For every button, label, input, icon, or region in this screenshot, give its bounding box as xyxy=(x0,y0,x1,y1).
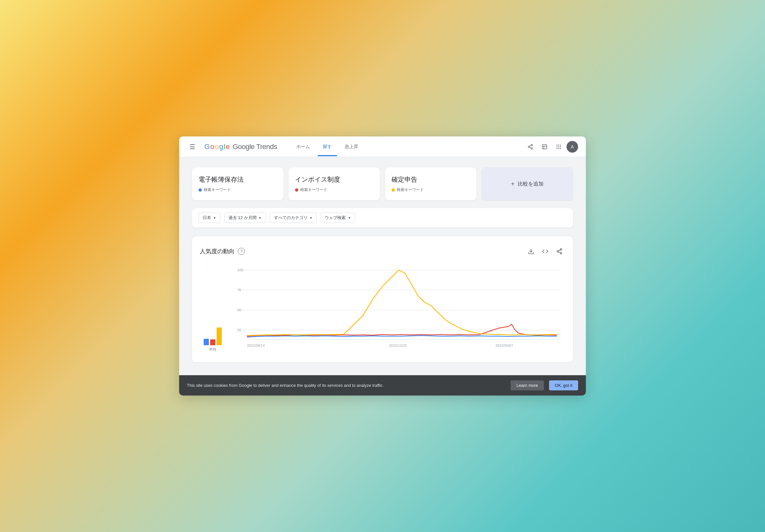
logo-letter-g: G xyxy=(204,142,210,151)
chart-share-button[interactable] xyxy=(553,245,565,257)
ok-button[interactable]: OK, got it xyxy=(549,381,578,391)
help-icon[interactable]: ? xyxy=(238,248,245,255)
svg-text:2022/12/25: 2022/12/25 xyxy=(389,344,407,348)
card-subtitle-text-0: 検索キーワード xyxy=(204,187,231,193)
card-subtitle-text-1: 検索キーワード xyxy=(300,187,327,193)
chart-section: 人気度の動向 ? xyxy=(192,236,573,362)
logo: Google Google Trends xyxy=(204,142,277,151)
filters-row: 日本 ▼ 過去 12 か月間 ▼ すべてのカテゴリ ▼ ウェブ検索 ▼ xyxy=(192,208,573,227)
svg-text:75: 75 xyxy=(237,288,241,292)
blue-line xyxy=(247,336,557,337)
svg-point-14 xyxy=(556,148,557,149)
dot-yellow-2 xyxy=(391,188,395,192)
menu-icon[interactable]: ☰ xyxy=(187,140,198,153)
logo-letter-e: e xyxy=(226,142,230,151)
avg-bar-yellow xyxy=(217,328,222,345)
avg-bar-red xyxy=(210,339,215,345)
svg-point-9 xyxy=(558,144,559,145)
navbar: ☰ Google Google Trends ホーム 探す 急上昇 xyxy=(179,136,586,157)
cookie-text: This site uses cookies from Google to de… xyxy=(187,383,505,388)
search-cards: 電子帳簿保存法 検索キーワード インボイス制度 検索キーワード 確定申告 検索キ… xyxy=(192,167,573,200)
card-subtitle-1: 検索キーワード xyxy=(295,187,374,193)
filter-category[interactable]: すべてのカテゴリ ▼ xyxy=(270,213,317,223)
card-subtitle-2: 検索キーワード xyxy=(391,187,470,193)
logo-letter-o1: o xyxy=(211,142,214,151)
chart-header: 人気度の動向 ? xyxy=(200,245,565,257)
avg-bars xyxy=(204,307,222,345)
search-card-1[interactable]: インボイス制度 検索キーワード xyxy=(289,167,380,200)
card-title-2: 確定申告 xyxy=(391,175,470,184)
svg-text:50: 50 xyxy=(237,308,241,312)
notification-button[interactable] xyxy=(538,140,551,153)
svg-line-4 xyxy=(529,145,531,146)
svg-line-21 xyxy=(558,252,560,253)
filter-region[interactable]: 日本 ▼ xyxy=(199,213,221,223)
chart-title-group: 人気度の動向 ? xyxy=(200,247,245,255)
avg-label: 平均 xyxy=(209,347,216,352)
download-button[interactable] xyxy=(525,245,537,257)
nav-links: ホーム 探す 急上昇 xyxy=(291,137,517,156)
add-icon: + xyxy=(511,180,515,188)
filter-period[interactable]: 過去 12 か月間 ▼ xyxy=(224,213,266,223)
filter-search-type[interactable]: ウェブ検索 ▼ xyxy=(321,213,355,223)
card-title-1: インボイス制度 xyxy=(295,175,374,184)
card-subtitle-text-2: 検索キーワード xyxy=(397,187,424,193)
svg-text:2022/08/14: 2022/08/14 xyxy=(247,344,265,348)
share-button[interactable] xyxy=(524,140,537,153)
svg-line-3 xyxy=(529,147,531,148)
card-title-0: 電子帳簿保存法 xyxy=(199,175,277,184)
logo-letter-g2: g xyxy=(219,142,223,151)
grid-button[interactable] xyxy=(552,140,565,153)
add-comparison-card[interactable]: + 比較を追加 xyxy=(481,167,573,200)
learn-more-button[interactable]: Learn more xyxy=(511,381,543,391)
filter-search-type-arrow: ▼ xyxy=(348,216,351,220)
filter-search-type-label: ウェブ検索 xyxy=(325,215,346,221)
svg-line-22 xyxy=(558,250,560,251)
filter-category-arrow: ▼ xyxy=(310,216,313,220)
avatar[interactable]: A xyxy=(566,141,578,152)
svg-rect-5 xyxy=(542,144,547,149)
filter-period-arrow: ▼ xyxy=(259,216,262,220)
svg-text:25: 25 xyxy=(237,328,241,332)
add-card-label: 比較を追加 xyxy=(518,181,543,187)
chart-svg: 100 75 50 25 2022/08/14 2022/12/25 xyxy=(232,267,565,351)
cookie-banner: This site uses cookies from Google to de… xyxy=(179,375,586,396)
chart-avg: 平均 xyxy=(200,307,226,352)
filter-region-arrow: ▼ xyxy=(213,216,216,220)
card-subtitle-0: 検索キーワード xyxy=(199,187,277,193)
dot-red-1 xyxy=(295,188,298,192)
logo-letter-o2: o xyxy=(215,142,219,151)
yellow-line xyxy=(247,270,557,336)
svg-point-13 xyxy=(560,146,561,147)
nav-explore[interactable]: 探す xyxy=(318,137,337,156)
logo-trends: Google Trends xyxy=(233,142,277,151)
embed-button[interactable] xyxy=(539,245,551,257)
logo-letter-l: l xyxy=(224,142,225,151)
nav-home[interactable]: ホーム xyxy=(291,137,315,156)
chart-main: 100 75 50 25 2022/08/14 2022/12/25 xyxy=(232,267,565,352)
svg-text:2023/05/07: 2023/05/07 xyxy=(495,344,513,348)
nav-trending[interactable]: 急上昇 xyxy=(340,137,364,156)
svg-point-15 xyxy=(558,148,559,149)
search-card-0[interactable]: 電子帳簿保存法 検索キーワード xyxy=(192,167,284,200)
filter-period-label: 過去 12 か月間 xyxy=(229,215,257,221)
svg-point-16 xyxy=(560,148,561,149)
browser-window: ☰ Google Google Trends ホーム 探す 急上昇 xyxy=(179,136,586,396)
navbar-right: A xyxy=(524,140,578,153)
search-card-2[interactable]: 確定申告 検索キーワード xyxy=(385,167,476,200)
svg-point-8 xyxy=(556,144,557,145)
main-content: 電子帳簿保存法 検索キーワード インボイス制度 検索キーワード 確定申告 検索キ… xyxy=(179,157,586,375)
chart-container: 平均 100 75 50 25 xyxy=(200,267,565,352)
svg-point-10 xyxy=(560,144,561,145)
svg-point-12 xyxy=(558,146,559,147)
avg-bar-blue xyxy=(204,339,209,345)
filter-category-label: すべてのカテゴリ xyxy=(274,215,308,221)
chart-title: 人気度の動向 xyxy=(200,247,235,255)
svg-point-11 xyxy=(556,146,557,147)
svg-text:100: 100 xyxy=(237,268,243,272)
filter-region-label: 日本 xyxy=(203,215,211,221)
chart-actions xyxy=(525,245,565,257)
dot-blue-0 xyxy=(199,188,202,192)
